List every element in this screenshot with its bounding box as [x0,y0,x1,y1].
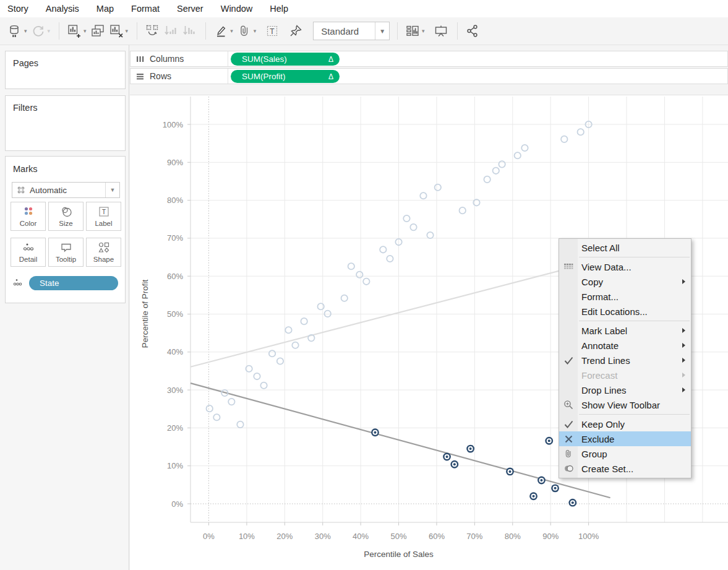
scatter-point-selected-states[interactable] [545,437,553,445]
scatter-point-unselected-states[interactable] [325,311,331,317]
chevron-down-icon[interactable]: ▾ [126,28,129,34]
filters-shelf[interactable]: Filters [5,95,126,151]
color-button[interactable]: Color [11,202,46,231]
label-button[interactable]: T Label [86,202,121,231]
new-worksheet-icon[interactable]: ▾ [67,24,87,38]
context-menu-item-trend-lines[interactable]: Trend Lines [559,353,691,368]
chevron-down-icon[interactable]: ▼ [105,183,119,197]
scatter-point-unselected-states[interactable] [207,405,213,412]
chevron-down-icon[interactable]: ▼ [375,22,389,40]
context-menu-item-mark-label[interactable]: Mark Label [559,323,691,338]
context-menu-item-create-set[interactable]: Create Set... [559,461,691,476]
state-pill[interactable]: State [29,276,118,290]
context-menu-separator [579,414,690,415]
tooltip-button[interactable]: Tooltip [48,238,84,267]
chevron-down-icon[interactable]: ▾ [230,28,233,34]
scatter-point-unselected-states[interactable] [341,295,348,301]
scatter-point-selected-states[interactable] [450,460,458,469]
scatter-point-unselected-states[interactable] [427,232,433,238]
annotation-paperclip-icon[interactable]: ▾ [237,24,257,38]
menu-map[interactable]: Map [96,4,114,14]
scatter-point-selected-states[interactable] [466,445,474,453]
dimmed-trend-line[interactable] [191,257,610,367]
highlight-icon[interactable]: ▾ [213,24,233,38]
scatter-point-unselected-states[interactable] [228,399,234,405]
scatter-point-unselected-states[interactable] [460,207,466,214]
scatter-point-selected-states[interactable] [568,499,576,507]
swap-axes-icon[interactable] [145,24,160,38]
duplicate-sheet-icon[interactable] [90,24,105,38]
pages-shelf[interactable]: Pages [5,51,126,89]
scatter-point-unselected-states[interactable] [435,184,441,191]
show-cards-icon[interactable]: ▾ [405,24,425,38]
context-menu-item-group[interactable]: Group [559,446,691,461]
context-menu-item-keep-only[interactable]: Keep Only [559,417,691,431]
menu-server[interactable]: Server [177,4,203,14]
data-source-icon[interactable]: ▾ [7,24,27,38]
context-menu-item-annotate[interactable]: Annotate [559,338,691,353]
menu-help[interactable]: Help [270,4,288,14]
scatter-point-unselected-states[interactable] [260,382,267,389]
scatter-point-unselected-states[interactable] [285,327,291,333]
scatter-point-unselected-states[interactable] [521,145,528,151]
scatter-point-unselected-states[interactable] [356,272,362,278]
chevron-down-icon[interactable]: ▾ [84,28,87,34]
clear-sheet-icon[interactable]: ▾ [109,24,129,38]
menu-format[interactable]: Format [131,4,160,14]
context-menu-item-copy[interactable]: Copy [559,274,691,289]
columns-shelf[interactable]: Columns SUM(Sales) Δ [130,51,728,67]
context-menu-item-format[interactable]: Format... [559,289,691,304]
context-menu-item-edit-locations[interactable]: Edit Locations... [559,304,691,319]
scatter-point-unselected-states[interactable] [363,279,369,285]
scatter-point-unselected-states[interactable] [493,168,499,174]
context-menu-item-drop-lines[interactable]: Drop Lines [559,382,691,397]
scatter-point-unselected-states[interactable] [237,421,243,428]
scatter-point-selected-states[interactable] [551,484,559,492]
rows-pill-sum-profit[interactable]: SUM(Profit) Δ [231,70,340,83]
menu-story[interactable]: Story [7,4,28,14]
columns-pill-sum-sales[interactable]: SUM(Sales) Δ [231,53,340,66]
scatter-point-unselected-states[interactable] [301,318,307,324]
scatter-point-unselected-states[interactable] [292,342,298,348]
chevron-down-icon[interactable]: ▾ [254,28,257,34]
scatter-point-unselected-states[interactable] [317,303,323,309]
shape-button[interactable]: Shape [86,238,121,267]
presentation-mode-icon[interactable] [434,24,448,38]
scatter-point-unselected-states[interactable] [578,129,584,135]
chevron-down-icon[interactable]: ▾ [422,28,425,34]
scatter-point-unselected-states[interactable] [420,192,426,199]
rows-shelf[interactable]: Rows SUM(Profit) Δ [130,68,728,84]
show-mark-labels-icon[interactable]: T [265,24,280,38]
scatter-point-unselected-states[interactable] [277,358,283,364]
scatter-point-unselected-states[interactable] [254,373,260,379]
menu-analysis[interactable]: Analysis [46,4,79,14]
context-menu-item-exclude[interactable]: Exclude [559,431,691,446]
scatter-point-unselected-states[interactable] [403,215,409,222]
share-icon[interactable] [465,24,480,38]
scatter-point-selected-states[interactable] [443,453,451,461]
scatter-point-selected-states[interactable] [371,428,379,436]
scatter-point-unselected-states[interactable] [410,224,416,230]
scatter-point-unselected-states[interactable] [515,152,521,158]
fit-selector[interactable]: Standard ▼ [313,22,390,40]
menu-window[interactable]: Window [221,4,253,14]
context-menu-item-show-view-toolbar[interactable]: Show View Toolbar [559,397,691,412]
chevron-down-icon[interactable]: ▾ [24,28,27,34]
fix-axes-pin-icon[interactable] [288,24,303,38]
scatter-point-unselected-states[interactable] [380,246,386,253]
mark-type-dropdown[interactable]: Automatic ▼ [12,182,120,198]
scatter-point-unselected-states[interactable] [387,256,393,262]
scatter-point-unselected-states[interactable] [499,161,505,167]
detail-button[interactable]: Detail [11,238,46,267]
context-menu-item-select-all[interactable]: Select All [559,240,691,255]
scatter-point-unselected-states[interactable] [484,176,490,183]
scatter-point-unselected-states[interactable] [561,136,567,142]
scatter-point-selected-states[interactable] [506,467,514,475]
scatter-point-selected-states[interactable] [537,477,546,485]
scatter-point-unselected-states[interactable] [348,263,354,269]
context-menu-item-view-data[interactable]: View Data... [559,259,691,274]
scatter-point-unselected-states[interactable] [269,350,275,356]
size-button[interactable]: Size [48,202,84,231]
scatter-point-selected-states[interactable] [529,492,537,500]
scatter-point-unselected-states[interactable] [213,414,220,420]
